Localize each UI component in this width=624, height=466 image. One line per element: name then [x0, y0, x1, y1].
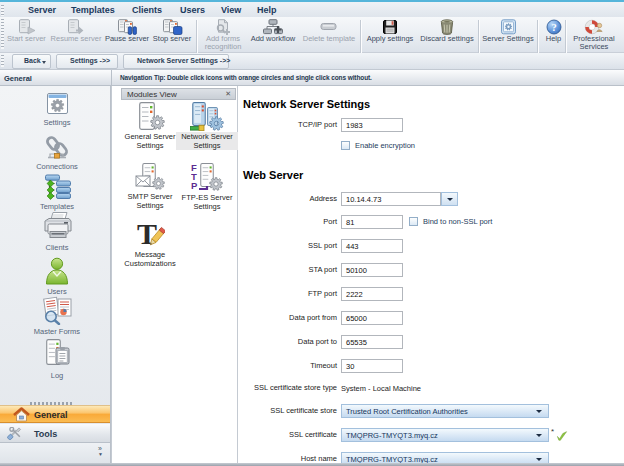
svg-text:P: P — [191, 180, 198, 191]
svg-text:T: T — [137, 219, 157, 249]
svg-text:?: ? — [551, 22, 556, 33]
